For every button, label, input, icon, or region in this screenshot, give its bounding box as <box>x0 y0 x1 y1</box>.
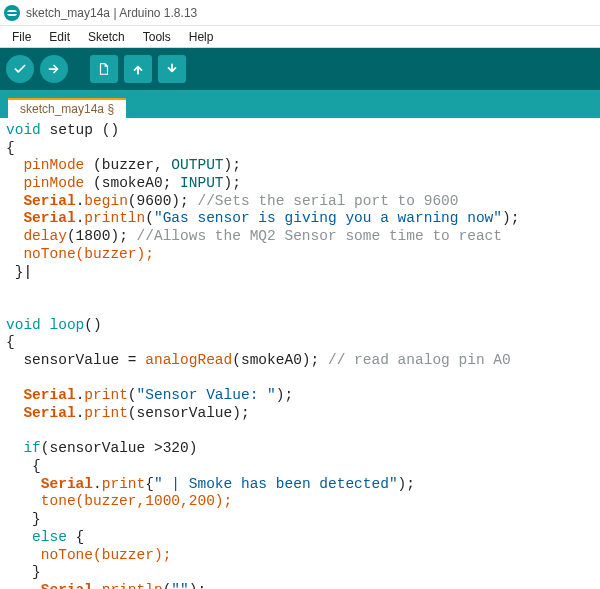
code-line: Serial.begin(9600); //Sets the serial po… <box>6 193 596 211</box>
code-line: } <box>6 264 596 282</box>
tab-sketch[interactable]: sketch_may14a § <box>8 98 126 118</box>
code-line: } <box>6 564 596 582</box>
arrow-down-icon <box>165 62 179 76</box>
code-editor[interactable]: void setup (){ pinMode (buzzer, OUTPUT);… <box>0 118 600 589</box>
tab-active-indicator <box>8 98 126 100</box>
code-line: pinMode (buzzer, OUTPUT); <box>6 157 596 175</box>
code-line: pinMode (smokeA0; INPUT); <box>6 175 596 193</box>
menubar: File Edit Sketch Tools Help <box>0 26 600 48</box>
menu-edit[interactable]: Edit <box>41 28 78 46</box>
code-line: delay(1800); //Allows the MQ2 Sensor som… <box>6 228 596 246</box>
verify-button[interactable] <box>6 55 34 83</box>
code-line <box>6 299 596 317</box>
menu-tools[interactable]: Tools <box>135 28 179 46</box>
check-icon <box>13 62 27 76</box>
new-button[interactable] <box>90 55 118 83</box>
code-line: Serial.print("Sensor Value: "); <box>6 387 596 405</box>
code-line: else { <box>6 529 596 547</box>
code-line: Serial.println("Gas sensor is giving you… <box>6 210 596 228</box>
code-line: { <box>6 334 596 352</box>
file-icon <box>97 62 111 76</box>
save-button[interactable] <box>158 55 186 83</box>
arrow-up-icon <box>131 62 145 76</box>
code-line: void loop() <box>6 317 596 335</box>
code-line: sensorValue = analogRead(smokeA0); // re… <box>6 352 596 370</box>
arrow-right-icon <box>47 62 61 76</box>
code-line: noTone(buzzer); <box>6 547 596 565</box>
menu-sketch[interactable]: Sketch <box>80 28 133 46</box>
arduino-app-icon <box>4 5 20 21</box>
menu-file[interactable]: File <box>4 28 39 46</box>
code-line: } <box>6 511 596 529</box>
upload-button[interactable] <box>40 55 68 83</box>
code-line: Serial.print{" | Smoke has been detected… <box>6 476 596 494</box>
code-line: Serial.print(sensorValue); <box>6 405 596 423</box>
code-line: { <box>6 458 596 476</box>
code-line: tone(buzzer,1000,200); <box>6 493 596 511</box>
code-line: { <box>6 140 596 158</box>
code-line <box>6 281 596 299</box>
toolbar <box>0 48 600 90</box>
titlebar: sketch_may14a | Arduino 1.8.13 <box>0 0 600 26</box>
code-line: if(sensorValue >320) <box>6 440 596 458</box>
code-line: Serial.println(""); <box>6 582 596 589</box>
code-line: void setup () <box>6 122 596 140</box>
tab-label: sketch_may14a § <box>20 102 114 116</box>
menu-help[interactable]: Help <box>181 28 222 46</box>
open-button[interactable] <box>124 55 152 83</box>
code-line <box>6 370 596 388</box>
window-title: sketch_may14a | Arduino 1.8.13 <box>26 6 197 20</box>
tab-strip: sketch_may14a § <box>0 90 600 118</box>
code-line <box>6 423 596 441</box>
code-line: noTone(buzzer); <box>6 246 596 264</box>
